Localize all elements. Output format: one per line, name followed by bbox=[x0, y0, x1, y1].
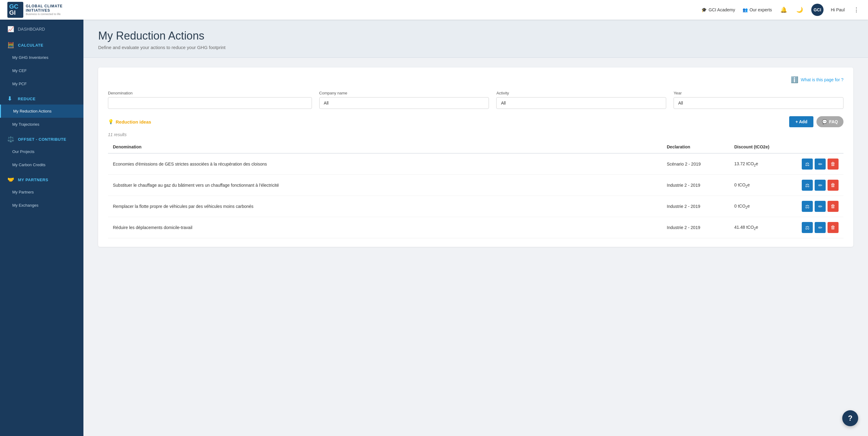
filters-row: Denomination Company name All Activity A… bbox=[108, 91, 843, 109]
activity-select[interactable]: All bbox=[496, 97, 666, 109]
row4-edit-button[interactable]: ✏ bbox=[815, 222, 826, 233]
sidebar-item-reduction-actions[interactable]: My Reduction Actions bbox=[0, 104, 84, 118]
logo-text-main: GLOBAL CLIMATE bbox=[26, 4, 63, 8]
row3-actions: ⚖ ✏ 🗑 bbox=[802, 201, 839, 212]
logo-tagline: Business is connected to life bbox=[26, 12, 63, 15]
row2-declaration: Industrie 2 - 2019 bbox=[667, 183, 734, 188]
sidebar-item-my-partners-header[interactable]: 🤝 MY PARTNERS bbox=[0, 172, 84, 186]
main-card: ℹ️ What is this page for ? Denomination … bbox=[98, 67, 853, 247]
denomination-filter-group: Denomination bbox=[108, 91, 312, 109]
topnav-right: 🎓 GCI Academy 👥 Our experts 🔔 🌙 GCI Hi P… bbox=[702, 4, 861, 16]
page-subtitle: Define and evaluate your actions to redu… bbox=[98, 45, 853, 50]
row2-edit-button[interactable]: ✏ bbox=[815, 180, 826, 191]
col-discount: Discount (tCO2e) bbox=[734, 145, 802, 149]
experts-icon: 👥 bbox=[743, 7, 748, 12]
reduction-ideas-label: Reduction ideas bbox=[116, 119, 151, 124]
company-filter-group: Company name All bbox=[319, 91, 489, 109]
row4-declaration: Industrie 2 - 2019 bbox=[667, 225, 734, 230]
logo-icon: GC GI bbox=[7, 2, 23, 18]
notifications-icon[interactable]: 🔔 bbox=[779, 5, 788, 14]
sidebar-label-cef: My CEF bbox=[12, 68, 27, 73]
activity-label: Activity bbox=[496, 91, 666, 95]
sidebar-label-partners: My Partners bbox=[12, 190, 34, 194]
col-actions-header bbox=[802, 145, 839, 149]
sidebar-item-calculate[interactable]: 🧮 CALCULATE bbox=[0, 37, 84, 51]
help-fab-button[interactable]: ? bbox=[842, 410, 858, 426]
table-row: Réduire les déplacements domicile-travai… bbox=[108, 217, 843, 238]
svg-text:GC: GC bbox=[9, 3, 19, 10]
calculate-icon: 🧮 bbox=[7, 42, 14, 49]
row4-denomination: Réduire les déplacements domicile-travai… bbox=[113, 225, 667, 230]
reduction-ideas-button[interactable]: 💡 Reduction ideas bbox=[108, 119, 151, 124]
sidebar-item-exchanges[interactable]: My Exchanges bbox=[0, 199, 84, 212]
experts-label: Our experts bbox=[750, 7, 772, 12]
sidebar: 📈 DASHBOARD 🧮 CALCULATE My GHG Inventori… bbox=[0, 20, 84, 436]
sidebar-item-projects[interactable]: Our Projects bbox=[0, 145, 84, 158]
sidebar-item-carbon-credits[interactable]: My Carbon Credits bbox=[0, 158, 84, 172]
faq-button[interactable]: 💬 FAQ bbox=[816, 116, 843, 127]
row4-compare-button[interactable]: ⚖ bbox=[802, 222, 813, 233]
info-icon: ℹ️ bbox=[791, 76, 798, 84]
year-select[interactable]: All bbox=[674, 97, 843, 109]
row1-denomination: Economies d'émissions de GES strictes as… bbox=[113, 162, 667, 166]
row1-compare-button[interactable]: ⚖ bbox=[802, 158, 813, 169]
sidebar-item-partners[interactable]: My Partners bbox=[0, 186, 84, 199]
company-select[interactable]: All bbox=[319, 97, 489, 109]
row1-delete-button[interactable]: 🗑 bbox=[828, 158, 839, 169]
more-menu-icon[interactable]: ⋮ bbox=[852, 5, 861, 14]
row3-edit-button[interactable]: ✏ bbox=[815, 201, 826, 212]
sidebar-item-pcf[interactable]: My PCF bbox=[0, 77, 84, 90]
svg-text:GI: GI bbox=[9, 9, 16, 16]
row3-delete-button[interactable]: 🗑 bbox=[828, 201, 839, 212]
sidebar-item-offset[interactable]: ⚖️ OFFSET - CONTRIBUTE bbox=[0, 131, 84, 145]
reduce-icon: ⬇ bbox=[7, 95, 14, 102]
page-header: My Reduction Actions Define and evaluate… bbox=[84, 20, 868, 58]
logo-text-initiatives: INITIATIVES bbox=[26, 8, 63, 12]
row4-actions: ⚖ ✏ 🗑 bbox=[802, 222, 839, 233]
academy-link[interactable]: 🎓 GCI Academy bbox=[702, 7, 735, 12]
academy-label: GCI Academy bbox=[709, 7, 735, 12]
sidebar-label-projects: Our Projects bbox=[12, 149, 34, 154]
row3-denomination: Remplacer la flotte propre de véhicules … bbox=[113, 204, 667, 209]
activity-filter-group: Activity All bbox=[496, 91, 666, 109]
company-label: Company name bbox=[319, 91, 489, 95]
sidebar-item-reduce[interactable]: ⬇ REDUCE bbox=[0, 90, 84, 104]
sidebar-label-dashboard: DASHBOARD bbox=[18, 27, 45, 32]
row2-delete-button[interactable]: 🗑 bbox=[828, 180, 839, 191]
offset-icon: ⚖️ bbox=[7, 136, 14, 143]
col-declaration: Declaration bbox=[667, 145, 734, 149]
col-denomination: Denomination bbox=[113, 145, 667, 149]
row2-discount: 0 tCO2e bbox=[734, 182, 802, 188]
sidebar-item-trajectories[interactable]: My Trajectories bbox=[0, 118, 84, 131]
denomination-input[interactable] bbox=[108, 97, 312, 109]
user-greeting: Hi Paul bbox=[831, 7, 845, 12]
row3-compare-button[interactable]: ⚖ bbox=[802, 201, 813, 212]
lightbulb-icon: 💡 bbox=[108, 119, 114, 124]
year-label: Year bbox=[674, 91, 843, 95]
speech-icon: 💬 bbox=[822, 119, 827, 124]
row1-actions: ⚖ ✏ 🗑 bbox=[802, 158, 839, 169]
sidebar-nav: 📈 DASHBOARD 🧮 CALCULATE My GHG Inventori… bbox=[0, 20, 84, 214]
sidebar-label-pcf: My PCF bbox=[12, 82, 27, 86]
button-group: + Add 💬 FAQ bbox=[789, 116, 843, 127]
sidebar-label-calculate: CALCULATE bbox=[18, 43, 43, 48]
main-content: My Reduction Actions Define and evaluate… bbox=[84, 20, 868, 436]
experts-link[interactable]: 👥 Our experts bbox=[743, 7, 772, 12]
row2-compare-button[interactable]: ⚖ bbox=[802, 180, 813, 191]
row1-edit-button[interactable]: ✏ bbox=[815, 158, 826, 169]
dark-mode-icon[interactable]: 🌙 bbox=[795, 5, 804, 14]
row4-delete-button[interactable]: 🗑 bbox=[828, 222, 839, 233]
add-button[interactable]: + Add bbox=[789, 116, 813, 127]
logo[interactable]: GC GI GLOBAL CLIMATE INITIATIVES Busines… bbox=[7, 2, 63, 18]
what-is-label[interactable]: What is this page for ? bbox=[801, 77, 843, 82]
academy-icon: 🎓 bbox=[702, 7, 707, 12]
sidebar-item-cef[interactable]: My CEF bbox=[0, 64, 84, 77]
sidebar-item-ghg[interactable]: My GHG Inventories bbox=[0, 51, 84, 64]
page-title: My Reduction Actions bbox=[98, 29, 853, 42]
avatar[interactable]: GCI bbox=[811, 4, 824, 16]
row2-denomination: Substituer le chauffage au gaz du bâtime… bbox=[113, 183, 667, 188]
sidebar-item-dashboard[interactable]: 📈 DASHBOARD bbox=[0, 22, 84, 37]
sidebar-label-offset: OFFSET - CONTRIBUTE bbox=[18, 137, 67, 142]
year-filter-group: Year All bbox=[674, 91, 843, 109]
table-row: Remplacer la flotte propre de véhicules … bbox=[108, 196, 843, 217]
